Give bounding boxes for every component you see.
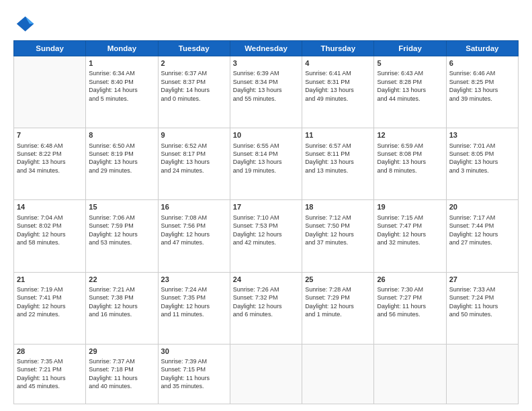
day-number: 22 <box>89 275 154 285</box>
cell-line: Sunset: 7:41 PM <box>17 293 83 302</box>
calendar-cell: 4Sunrise: 6:41 AMSunset: 8:31 PMDaylight… <box>302 56 374 128</box>
day-number: 17 <box>233 202 299 212</box>
cell-line: Sunset: 7:50 PM <box>305 222 371 230</box>
cell-line: and 58 minutes. <box>17 238 83 246</box>
day-number: 7 <box>17 130 83 140</box>
cell-line: and 34 minutes. <box>17 167 83 175</box>
cell-content: Sunrise: 7:15 AMSunset: 7:47 PMDaylight:… <box>377 214 443 247</box>
cell-content: Sunrise: 6:41 AMSunset: 8:31 PMDaylight:… <box>305 69 371 103</box>
day-number: 3 <box>233 58 299 68</box>
cell-content: Sunrise: 7:26 AMSunset: 7:32 PMDaylight:… <box>233 285 299 319</box>
calendar-cell: 16Sunrise: 7:08 AMSunset: 7:56 PMDayligh… <box>158 200 230 272</box>
cell-line: Daylight: 12 hours <box>305 230 371 238</box>
cell-content: Sunrise: 7:37 AMSunset: 7:18 PMDaylight:… <box>89 357 154 391</box>
page: SundayMondayTuesdayWednesdayThursdayFrid… <box>0 0 532 411</box>
cell-line: Sunset: 7:29 PM <box>305 293 371 302</box>
day-number: 21 <box>17 275 83 285</box>
cell-line: Sunset: 8:25 PM <box>449 78 515 86</box>
cell-content: Sunrise: 6:46 AMSunset: 8:25 PMDaylight:… <box>449 69 515 103</box>
cell-line: and 50 minutes. <box>449 310 515 318</box>
cell-content: Sunrise: 7:12 AMSunset: 7:50 PMDaylight:… <box>305 214 371 247</box>
cell-line: Sunrise: 7:10 AM <box>233 214 299 222</box>
cell-line: Daylight: 12 hours <box>17 230 83 238</box>
cell-line: Sunrise: 7:37 AM <box>89 357 154 365</box>
cell-content: Sunrise: 6:57 AMSunset: 8:11 PMDaylight:… <box>305 142 371 175</box>
cell-line: and 0 minutes. <box>161 95 227 103</box>
calendar-cell: 11Sunrise: 6:57 AMSunset: 8:11 PMDayligh… <box>302 128 374 200</box>
day-header-tuesday: Tuesday <box>158 41 230 56</box>
cell-content: Sunrise: 7:21 AMSunset: 7:38 PMDaylight:… <box>89 285 154 319</box>
cell-line: Sunset: 7:32 PM <box>233 293 299 302</box>
cell-line: Daylight: 13 hours <box>161 158 227 166</box>
cell-line: Sunrise: 6:50 AM <box>89 142 154 150</box>
cell-content: Sunrise: 7:39 AMSunset: 7:15 PMDaylight:… <box>161 357 227 391</box>
cell-line: Sunset: 7:24 PM <box>449 293 515 302</box>
cell-content: Sunrise: 6:34 AMSunset: 8:40 PMDaylight:… <box>89 69 154 103</box>
calendar-cell: 15Sunrise: 7:06 AMSunset: 7:59 PMDayligh… <box>86 200 158 272</box>
cell-line: Daylight: 11 hours <box>377 302 443 310</box>
day-number: 5 <box>377 58 443 68</box>
cell-line: Sunset: 8:14 PM <box>233 150 299 158</box>
cell-line: Sunset: 7:56 PM <box>161 222 227 230</box>
cell-line: Daylight: 12 hours <box>89 230 154 238</box>
calendar-cell: 28Sunrise: 7:35 AMSunset: 7:21 PMDayligh… <box>14 344 86 404</box>
cell-line: and 37 minutes. <box>305 238 371 246</box>
cell-line: Daylight: 12 hours <box>233 230 299 238</box>
calendar-cell: 7Sunrise: 6:48 AMSunset: 8:22 PMDaylight… <box>14 128 86 200</box>
calendar-cell <box>230 344 302 404</box>
cell-line: and 5 minutes. <box>89 95 154 103</box>
day-number: 11 <box>305 130 371 140</box>
cell-line: and 8 minutes. <box>377 167 443 175</box>
cell-line: Daylight: 12 hours <box>161 302 227 310</box>
cell-line: Sunset: 8:34 PM <box>233 78 299 86</box>
cell-content: Sunrise: 7:28 AMSunset: 7:29 PMDaylight:… <box>305 285 371 319</box>
day-number: 19 <box>377 202 443 212</box>
week-row-3: 14Sunrise: 7:04 AMSunset: 8:02 PMDayligh… <box>14 200 519 272</box>
cell-line: Sunset: 7:53 PM <box>233 222 299 230</box>
cell-line: and 19 minutes. <box>233 167 299 175</box>
cell-line: Sunset: 8:19 PM <box>89 150 154 158</box>
cell-line: Sunset: 7:21 PM <box>17 365 83 373</box>
cell-line: Daylight: 13 hours <box>377 158 443 166</box>
calendar-cell: 30Sunrise: 7:39 AMSunset: 7:15 PMDayligh… <box>158 344 230 404</box>
day-number: 16 <box>161 202 227 212</box>
week-row-1: 1Sunrise: 6:34 AMSunset: 8:40 PMDaylight… <box>14 56 519 128</box>
cell-line: Sunrise: 7:35 AM <box>17 357 83 365</box>
cell-content: Sunrise: 6:39 AMSunset: 8:34 PMDaylight:… <box>233 69 299 103</box>
cell-line: and 13 minutes. <box>305 167 371 175</box>
cell-line: Sunrise: 6:52 AM <box>161 142 227 150</box>
calendar-cell <box>374 344 446 404</box>
cell-line: Daylight: 12 hours <box>233 302 299 310</box>
cell-line: Sunrise: 6:37 AM <box>161 69 227 77</box>
cell-line: Daylight: 12 hours <box>161 230 227 238</box>
cell-line: and 32 minutes. <box>377 238 443 246</box>
cell-content: Sunrise: 7:30 AMSunset: 7:27 PMDaylight:… <box>377 285 443 319</box>
cell-line: Daylight: 13 hours <box>449 86 515 94</box>
cell-line: and 49 minutes. <box>305 95 371 103</box>
cell-content: Sunrise: 7:06 AMSunset: 7:59 PMDaylight:… <box>89 214 154 247</box>
cell-line: and 53 minutes. <box>89 238 154 246</box>
calendar-cell: 5Sunrise: 6:43 AMSunset: 8:28 PMDaylight… <box>374 56 446 128</box>
calendar-table: SundayMondayTuesdayWednesdayThursdayFrid… <box>13 40 519 404</box>
cell-line: Daylight: 13 hours <box>305 86 371 94</box>
day-header-sunday: Sunday <box>14 41 86 56</box>
cell-line: Daylight: 12 hours <box>89 302 154 310</box>
day-number: 12 <box>377 130 443 140</box>
cell-line: Sunrise: 7:28 AM <box>305 285 371 293</box>
logo-icon <box>13 12 35 34</box>
day-number: 2 <box>161 58 227 68</box>
cell-line: and 3 minutes. <box>449 167 515 175</box>
cell-content: Sunrise: 6:50 AMSunset: 8:19 PMDaylight:… <box>89 142 154 175</box>
cell-line: and 35 minutes. <box>161 382 227 390</box>
cell-line: Sunrise: 7:33 AM <box>449 285 515 293</box>
day-number: 9 <box>161 130 227 140</box>
cell-line: and 56 minutes. <box>377 310 443 318</box>
cell-content: Sunrise: 6:37 AMSunset: 8:37 PMDaylight:… <box>161 69 227 103</box>
week-row-2: 7Sunrise: 6:48 AMSunset: 8:22 PMDaylight… <box>14 128 519 200</box>
cell-line: Daylight: 12 hours <box>17 302 83 310</box>
cell-line: Sunset: 8:37 PM <box>161 78 227 86</box>
cell-content: Sunrise: 6:59 AMSunset: 8:08 PMDaylight:… <box>377 142 443 175</box>
cell-line: and 11 minutes. <box>161 310 227 318</box>
cell-line: and 55 minutes. <box>233 95 299 103</box>
day-number: 6 <box>449 58 515 68</box>
